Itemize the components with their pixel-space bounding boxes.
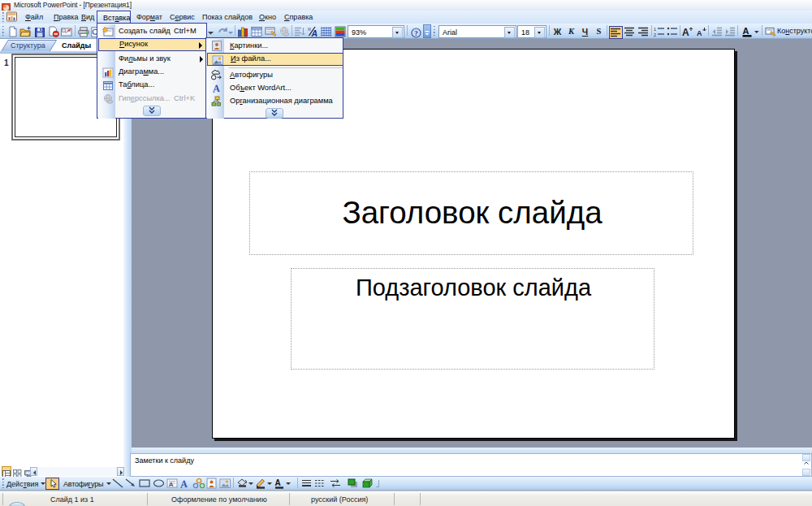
svg-text:2: 2 bbox=[654, 32, 656, 37]
svg-text:?: ? bbox=[414, 29, 418, 37]
svg-text:A: A bbox=[169, 481, 174, 488]
svg-text:A: A bbox=[311, 28, 318, 38]
svg-text:A: A bbox=[211, 82, 221, 94]
svg-text:A: A bbox=[743, 26, 749, 36]
svg-text:A: A bbox=[179, 478, 188, 489]
svg-text:A: A bbox=[697, 29, 702, 37]
svg-text:A: A bbox=[275, 478, 281, 487]
svg-text:A: A bbox=[682, 27, 689, 37]
svg-text:1: 1 bbox=[654, 27, 656, 32]
